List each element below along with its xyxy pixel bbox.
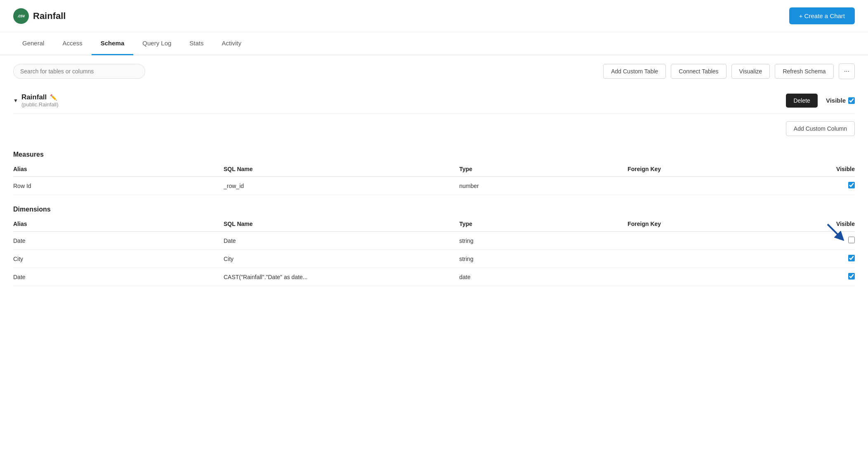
dimensions-visible-header: Visible	[796, 216, 855, 232]
tab-bar: General Access Schema Query Log Stats Ac…	[0, 32, 868, 55]
blue-arrow-icon	[826, 223, 844, 241]
collapse-icon[interactable]: ▼	[13, 98, 18, 103]
measures-table: Alias SQL Name Type Foreign Key Visible …	[13, 162, 855, 195]
measures-fk-header: Foreign Key	[627, 162, 796, 177]
row-type: string	[459, 250, 627, 268]
svg-line-1	[828, 224, 841, 237]
edit-icon[interactable]: ✏️	[50, 94, 57, 101]
delete-button[interactable]: Delete	[786, 94, 817, 108]
row-sqlname: _row_id	[224, 177, 459, 195]
table-row: Date Date string	[13, 232, 855, 250]
row-visible-checkbox[interactable]	[848, 182, 855, 188]
row-alias: Date	[13, 268, 224, 286]
row-alias: Row Id	[13, 177, 224, 195]
schema-toolbar: Add Custom Table Connect Tables Visualiz…	[0, 55, 868, 87]
row-visible-checkbox[interactable]	[848, 273, 855, 280]
dimensions-sqlname-header: SQL Name	[224, 216, 459, 232]
add-custom-table-button[interactable]: Add Custom Table	[603, 64, 666, 79]
connect-tables-button[interactable]: Connect Tables	[671, 64, 726, 79]
tab-activity[interactable]: Activity	[213, 32, 251, 55]
row-visible[interactable]	[796, 268, 855, 286]
measures-alias-header: Alias	[13, 162, 224, 177]
table-header-row: ▼ Rainfall ✏️ (public.Rainfall) Delete V…	[13, 87, 855, 114]
measures-section-title: Measures	[13, 144, 855, 162]
row-visible-checkbox[interactable]	[848, 255, 855, 261]
table-actions: Delete Visible	[786, 94, 855, 108]
app-logo: .csv	[13, 8, 29, 24]
table-row: Date CAST("Rainfall"."Date" as date... d…	[13, 268, 855, 286]
row-sqlname: CAST("Rainfall"."Date" as date...	[224, 268, 459, 286]
tab-query-log[interactable]: Query Log	[133, 32, 180, 55]
row-sqlname: City	[224, 250, 459, 268]
tab-stats[interactable]: Stats	[180, 32, 212, 55]
row-visible[interactable]	[796, 250, 855, 268]
tab-access[interactable]: Access	[53, 32, 91, 55]
table-name-section: ▼ Rainfall ✏️ (public.Rainfall)	[13, 93, 786, 108]
row-fk	[627, 250, 796, 268]
more-options-button[interactable]: ···	[839, 63, 855, 79]
visible-toggle-label[interactable]: Visible	[826, 97, 855, 104]
row-alias: City	[13, 250, 224, 268]
schema-content: ▼ Rainfall ✏️ (public.Rainfall) Delete V…	[0, 87, 868, 303]
measures-sqlname-header: SQL Name	[224, 162, 459, 177]
row-fk	[627, 268, 796, 286]
dimensions-section: Dimensions Alias SQL Name Type Foreign K…	[13, 199, 855, 286]
row-fk	[627, 232, 796, 250]
tab-general[interactable]: General	[13, 32, 53, 55]
measures-visible-header: Visible	[796, 162, 855, 177]
table-name: Rainfall	[21, 93, 47, 101]
dimensions-fk-header: Foreign Key	[627, 216, 796, 232]
measures-type-header: Type	[459, 162, 627, 177]
app-title: Rainfall	[33, 11, 66, 21]
tab-schema[interactable]: Schema	[92, 32, 134, 55]
row-fk	[627, 177, 796, 195]
row-type: string	[459, 232, 627, 250]
dimensions-section-title: Dimensions	[13, 199, 855, 216]
row-type: date	[459, 268, 627, 286]
visualize-button[interactable]: Visualize	[731, 64, 770, 79]
table-subtitle: (public.Rainfall)	[21, 101, 59, 108]
add-custom-column-row: Add Custom Column	[13, 117, 855, 144]
app-header: .csv Rainfall + Create a Chart	[0, 0, 868, 32]
search-input[interactable]	[13, 64, 145, 79]
row-sqlname: Date	[224, 232, 459, 250]
add-custom-column-button[interactable]: Add Custom Column	[786, 121, 855, 136]
row-visible-checkbox[interactable]	[848, 237, 855, 243]
table-row: Row Id _row_id number	[13, 177, 855, 195]
row-alias: Date	[13, 232, 224, 250]
refresh-schema-button[interactable]: Refresh Schema	[775, 64, 833, 79]
dimensions-alias-header: Alias	[13, 216, 224, 232]
row-visible[interactable]	[796, 177, 855, 195]
create-chart-button[interactable]: + Create a Chart	[789, 7, 855, 24]
brand: .csv Rainfall	[13, 8, 66, 24]
row-type: number	[459, 177, 627, 195]
row-visible[interactable]	[796, 232, 855, 250]
visible-checkbox[interactable]	[848, 97, 855, 104]
table-row: City City string	[13, 250, 855, 268]
dimensions-type-header: Type	[459, 216, 627, 232]
dimensions-table: Alias SQL Name Type Foreign Key Visible …	[13, 216, 855, 286]
